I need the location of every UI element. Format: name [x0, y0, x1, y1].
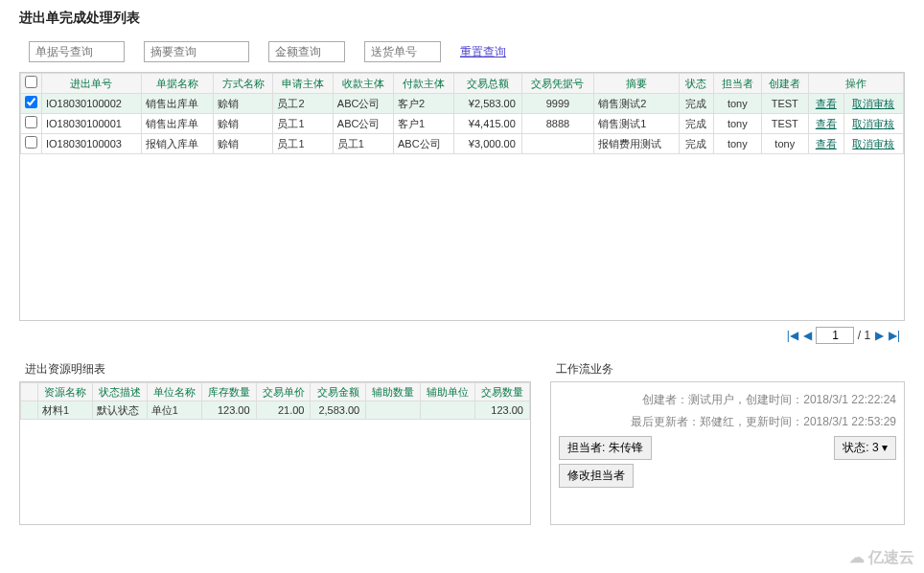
detail-col-unit: 单位名称 — [147, 383, 201, 401]
detail-table: 资源名称 状态描述 单位名称 库存数量 交易单价 交易金额 辅助数量 辅助单位 … — [20, 382, 530, 420]
col-payer: 付款主体 — [394, 74, 454, 94]
doc-no-input[interactable] — [29, 41, 125, 62]
cell-amount: ¥3,000.00 — [454, 134, 522, 154]
cell-unit: 单位1 — [147, 401, 201, 420]
table-row[interactable]: IO18030100003 报销入库单 赊销 员工1 员工1 ABC公司 ¥3,… — [21, 134, 904, 154]
amount-input[interactable] — [268, 41, 345, 62]
page-total: 1 — [865, 329, 871, 342]
cell-method: 赊销 — [213, 114, 272, 134]
status-button[interactable]: 状态: 3 ▾ — [834, 436, 896, 460]
detail-col-aux: 辅助数量 — [366, 383, 421, 401]
last-page-icon[interactable]: ▶| — [888, 329, 901, 342]
cell-docno: IO18030100001 — [42, 114, 142, 134]
first-page-icon[interactable]: |◀ — [786, 329, 799, 342]
cell-creator: tony — [761, 134, 808, 154]
prev-page-icon[interactable]: ◀ — [802, 329, 813, 342]
cell-docno: IO18030100003 — [42, 134, 142, 154]
cell-docno: IO18030100002 — [42, 94, 142, 114]
cell-payer: ABC公司 — [394, 134, 454, 154]
col-docname: 单据名称 — [141, 74, 213, 94]
select-all-checkbox[interactable] — [25, 76, 37, 88]
page-sep: / — [858, 329, 861, 342]
detail-col-auxunit: 辅助单位 — [421, 383, 475, 401]
cell-price: 21.00 — [256, 401, 311, 420]
cell-status: 完成 — [679, 134, 714, 154]
page-title: 进出单完成处理列表 — [19, 10, 905, 27]
col-creator: 创建者 — [761, 74, 808, 94]
cell-payer: 客户1 — [394, 114, 454, 134]
header-row: 进出单号 单据名称 方式名称 申请主体 收款主体 付款主体 交易总额 交易凭据号… — [21, 74, 904, 94]
detail-col-name: 资源名称 — [38, 383, 93, 401]
detail-col-status: 状态描述 — [92, 383, 147, 401]
detail-panel: 资源名称 状态描述 单位名称 库存数量 交易单价 交易金额 辅助数量 辅助单位 … — [19, 381, 531, 525]
cell-summary: 报销费用测试 — [594, 134, 679, 154]
chevron-down-icon: ▾ — [882, 441, 888, 454]
cell-status: 默认状态 — [92, 401, 147, 420]
cell-auxunit — [421, 401, 475, 420]
col-applicant: 申请主体 — [273, 74, 333, 94]
workflow-title: 工作流业务 — [550, 357, 905, 381]
cell-amount: ¥2,583.00 — [454, 94, 522, 114]
cell-payee: 员工1 — [333, 134, 393, 154]
row-checkbox[interactable] — [25, 136, 37, 149]
col-method: 方式名称 — [213, 74, 272, 94]
table-row[interactable]: IO18030100001 销售出库单 赊销 员工1 ABC公司 客户1 ¥4,… — [21, 114, 904, 134]
reset-link[interactable]: 重置查询 — [460, 44, 506, 60]
cell-summary: 销售测试1 — [594, 114, 679, 134]
cell-status: 完成 — [679, 94, 714, 114]
cell-applicant: 员工2 — [273, 94, 333, 114]
modify-handler-button[interactable]: 修改担当者 — [559, 464, 634, 488]
cell-payee: ABC公司 — [333, 114, 393, 134]
col-summary: 摘要 — [594, 74, 679, 94]
view-link[interactable]: 查看 — [816, 138, 837, 149]
cell-creator: TEST — [761, 94, 808, 114]
col-voucher: 交易凭据号 — [521, 74, 593, 94]
cell-docname: 销售出库单 — [141, 94, 213, 114]
col-status: 状态 — [679, 74, 714, 94]
cancel-audit-link[interactable]: 取消审核 — [852, 118, 894, 129]
cell-aux — [366, 401, 421, 420]
summary-input[interactable] — [144, 41, 249, 62]
delivery-input[interactable] — [364, 41, 441, 62]
cell-docname: 销售出库单 — [141, 114, 213, 134]
detail-col-price: 交易单价 — [256, 383, 311, 401]
cell-handler: tony — [714, 134, 761, 154]
cell-chk — [21, 401, 38, 420]
col-handler: 担当者 — [714, 74, 761, 94]
main-table-wrap: 进出单号 单据名称 方式名称 申请主体 收款主体 付款主体 交易总额 交易凭据号… — [19, 72, 905, 321]
col-payee: 收款主体 — [333, 74, 393, 94]
cell-handler: tony — [714, 114, 761, 134]
detail-col-chk — [21, 383, 38, 401]
col-docno: 进出单号 — [42, 74, 142, 94]
col-amount: 交易总额 — [454, 74, 522, 94]
main-table: 进出单号 单据名称 方式名称 申请主体 收款主体 付款主体 交易总额 交易凭据号… — [20, 73, 904, 154]
cancel-audit-link[interactable]: 取消审核 — [852, 138, 894, 149]
row-checkbox[interactable] — [25, 116, 37, 128]
page-input[interactable] — [816, 327, 854, 344]
cell-applicant: 员工1 — [273, 114, 333, 134]
view-link[interactable]: 查看 — [816, 118, 837, 129]
cell-amount: 2,583.00 — [311, 401, 366, 420]
cancel-audit-link[interactable]: 取消审核 — [852, 98, 894, 109]
table-row[interactable]: IO18030100002 销售出库单 赊销 员工2 ABC公司 客户2 ¥2,… — [21, 94, 904, 114]
workflow-updater: 最后更新者：郑健红，更新时间：2018/3/1 22:53:29 — [559, 414, 896, 430]
handler-button[interactable]: 担当者: 朱传锋 — [559, 436, 652, 460]
view-link[interactable]: 查看 — [816, 98, 837, 109]
next-page-icon[interactable]: ▶ — [874, 329, 885, 342]
cell-amount: ¥4,415.00 — [454, 114, 522, 134]
cell-handler: tony — [714, 94, 761, 114]
filter-bar: 重置查询 — [19, 41, 905, 62]
cell-voucher — [521, 134, 593, 154]
detail-row[interactable]: 材料1 默认状态 单位1 123.00 21.00 2,583.00 123.0… — [21, 401, 530, 420]
cell-method: 赊销 — [213, 94, 272, 114]
col-action: 操作 — [808, 74, 903, 94]
pager: |◀ ◀ / 1 ▶ ▶| — [19, 321, 905, 350]
detail-col-amount: 交易金额 — [311, 383, 366, 401]
cell-creator: TEST — [761, 114, 808, 134]
row-checkbox[interactable] — [25, 96, 37, 108]
detail-col-qty: 交易数量 — [475, 383, 530, 401]
cell-method: 赊销 — [213, 134, 272, 154]
cell-docname: 报销入库单 — [141, 134, 213, 154]
detail-title: 进出资源明细表 — [19, 357, 531, 381]
cell-applicant: 员工1 — [273, 134, 333, 154]
